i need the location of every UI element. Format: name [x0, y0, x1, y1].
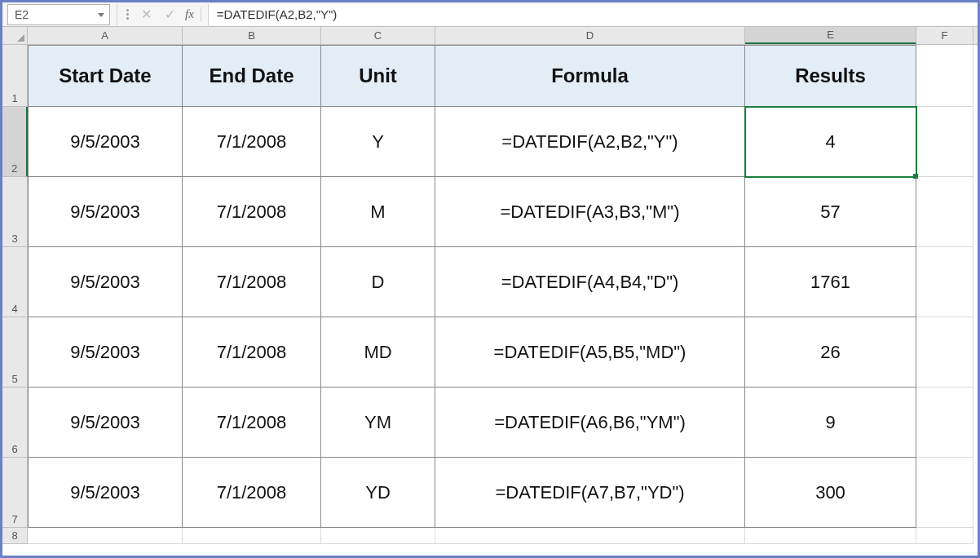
cell-D8[interactable]	[435, 528, 745, 544]
formula-input[interactable]: =DATEDIF(A2,B2,"Y")	[208, 4, 978, 25]
name-box-value: E2	[15, 8, 29, 21]
cell-F8[interactable]	[916, 528, 973, 544]
cell-C6[interactable]: YM	[321, 388, 435, 458]
cell-E7[interactable]: 300	[745, 458, 916, 528]
cell-A3[interactable]: 9/5/2003	[28, 177, 183, 247]
fill-handle[interactable]	[913, 174, 918, 179]
header-cell-formula[interactable]: Formula	[435, 45, 745, 107]
cell-E4[interactable]: 1761	[745, 247, 916, 317]
cancel-icon[interactable]: ✕	[135, 7, 158, 22]
cell-B8[interactable]	[183, 528, 321, 544]
cell-F7[interactable]	[916, 458, 973, 528]
cell-D3[interactable]: =DATEDIF(A3,B3,"M")	[435, 177, 745, 247]
table-row: 2 9/5/2003 7/1/2008 Y =DATEDIF(A2,B2,"Y"…	[2, 107, 978, 177]
cell-A7[interactable]: 9/5/2003	[28, 458, 183, 528]
cell-B7[interactable]: 7/1/2008	[183, 458, 321, 528]
cell-D2[interactable]: =DATEDIF(A2,B2,"Y")	[435, 107, 745, 177]
table-row: 4 9/5/2003 7/1/2008 D =DATEDIF(A4,B4,"D"…	[2, 247, 978, 317]
table-row: 5 9/5/2003 7/1/2008 MD =DATEDIF(A5,B5,"M…	[2, 317, 978, 388]
cell-C2[interactable]: Y	[321, 107, 435, 177]
cell-C3[interactable]: M	[321, 177, 435, 247]
row-header-8[interactable]: 8	[2, 528, 28, 544]
column-headers: A B C D E F	[2, 27, 978, 45]
cell-C4[interactable]: D	[321, 247, 435, 317]
drag-handle-icon[interactable]	[125, 9, 131, 20]
table-row: 1 Start Date End Date Unit Formula Resul…	[2, 45, 978, 107]
formula-bar: E2 ✕ ✓ fx =DATEDIF(A2,B2,"Y")	[2, 2, 978, 27]
divider	[117, 4, 125, 25]
cell-F2[interactable]	[916, 107, 973, 177]
cell-A8[interactable]	[28, 528, 183, 544]
header-cell-unit[interactable]: Unit	[321, 45, 435, 107]
table-row: 7 9/5/2003 7/1/2008 YD =DATEDIF(A7,B7,"Y…	[2, 458, 978, 528]
row-header-1[interactable]: 1	[2, 45, 28, 107]
column-header-D[interactable]: D	[435, 27, 745, 44]
check-icon[interactable]: ✓	[158, 7, 182, 22]
column-header-E[interactable]: E	[745, 27, 916, 44]
cell-D4[interactable]: =DATEDIF(A4,B4,"D")	[435, 247, 745, 317]
header-cell-start-date[interactable]: Start Date	[28, 45, 183, 107]
cell-F6[interactable]	[916, 388, 973, 458]
cell-B3[interactable]: 7/1/2008	[183, 177, 321, 247]
spreadsheet-grid: A B C D E F 1 Start Date End Date Unit F…	[2, 27, 978, 544]
cell-D7[interactable]: =DATEDIF(A7,B7,"YD")	[435, 458, 745, 528]
cell-B5[interactable]: 7/1/2008	[183, 317, 321, 388]
row-header-5[interactable]: 5	[2, 317, 28, 388]
cell-B4[interactable]: 7/1/2008	[183, 247, 321, 317]
table-row: 3 9/5/2003 7/1/2008 M =DATEDIF(A3,B3,"M"…	[2, 177, 978, 247]
header-cell-results[interactable]: Results	[745, 45, 916, 107]
cell-A6[interactable]: 9/5/2003	[28, 388, 183, 458]
cell-C7[interactable]: YD	[321, 458, 435, 528]
cell-B6[interactable]: 7/1/2008	[183, 388, 321, 458]
column-header-A[interactable]: A	[28, 27, 183, 44]
cell-D5[interactable]: =DATEDIF(A5,B5,"MD")	[435, 317, 745, 388]
cell-C5[interactable]: MD	[321, 317, 435, 388]
cell-A5[interactable]: 9/5/2003	[28, 317, 183, 388]
table-row: 8	[2, 528, 978, 544]
cell-E3[interactable]: 57	[745, 177, 916, 247]
select-all-corner[interactable]	[2, 27, 28, 44]
formula-input-value: =DATEDIF(A2,B2,"Y")	[217, 7, 338, 21]
row-header-2[interactable]: 2	[2, 107, 28, 177]
row-header-7[interactable]: 7	[2, 458, 28, 528]
cell-F1[interactable]	[916, 45, 973, 107]
cell-A2[interactable]: 9/5/2003	[28, 107, 183, 177]
row-header-4[interactable]: 4	[2, 247, 28, 317]
cell-D6[interactable]: =DATEDIF(A6,B6,"YM")	[435, 388, 745, 458]
chevron-down-icon[interactable]	[98, 13, 104, 17]
cell-E2[interactable]: 4	[745, 107, 916, 177]
fx-icon[interactable]: fx	[182, 7, 201, 21]
row-header-3[interactable]: 3	[2, 177, 28, 247]
table-row: 6 9/5/2003 7/1/2008 YM =DATEDIF(A6,B6,"Y…	[2, 388, 978, 458]
cell-F4[interactable]	[916, 247, 973, 317]
cell-E8[interactable]	[745, 528, 916, 544]
cell-F3[interactable]	[916, 177, 973, 247]
name-box[interactable]: E2	[7, 4, 110, 25]
header-cell-end-date[interactable]: End Date	[183, 45, 321, 107]
cell-E6[interactable]: 9	[745, 388, 916, 458]
column-header-B[interactable]: B	[183, 27, 321, 44]
cell-F5[interactable]	[916, 317, 973, 388]
column-header-C[interactable]: C	[321, 27, 435, 44]
cell-A4[interactable]: 9/5/2003	[28, 247, 183, 317]
row-header-6[interactable]: 6	[2, 388, 28, 458]
cell-B2[interactable]: 7/1/2008	[183, 107, 321, 177]
cell-E5[interactable]: 26	[745, 317, 916, 388]
cell-C8[interactable]	[321, 528, 435, 544]
rows: 1 Start Date End Date Unit Formula Resul…	[2, 45, 978, 544]
column-header-F[interactable]: F	[916, 27, 973, 44]
